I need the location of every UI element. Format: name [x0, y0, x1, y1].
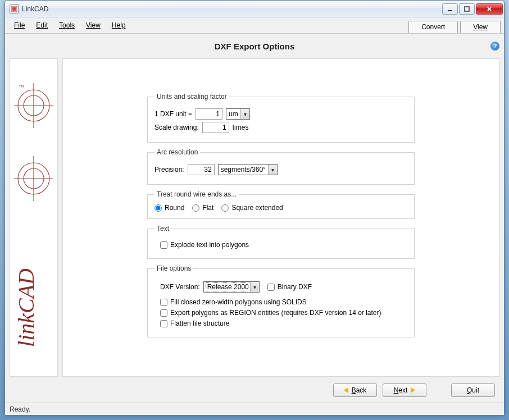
help-icon[interactable]: ?	[490, 42, 499, 51]
scale-drawing-input[interactable]	[202, 122, 229, 133]
minimize-button[interactable]	[442, 3, 458, 15]
app-window: LinkCAD File Edit Tools View Help Conver…	[4, 0, 505, 416]
checkbox-fill-solids[interactable]: Fill closed zero-width polygons using SO…	[160, 298, 407, 306]
checkbox-binary-dxf[interactable]: Binary DXF	[267, 283, 312, 291]
back-button[interactable]: Back	[333, 384, 377, 397]
chevron-down-icon	[268, 165, 277, 175]
main-panel: Units and scaling factor 1 DXF unit = um…	[62, 58, 499, 377]
checkbox-export-regions[interactable]: Export polygons as REGION entities (requ…	[160, 309, 407, 317]
svg-text:™: ™	[19, 84, 24, 90]
group-file-options: File options DXF Version: Release 2000 B…	[147, 264, 415, 337]
dxf-version-label: DXF Version:	[160, 283, 200, 291]
menu-file[interactable]: File	[8, 19, 30, 31]
radio-flat[interactable]: Flat	[192, 204, 213, 212]
legend-text: Text	[154, 225, 171, 232]
checkbox-flatten[interactable]: Flatten file structure	[160, 319, 407, 327]
quit-button[interactable]: Quit	[451, 384, 495, 397]
precision-unit-select[interactable]: segments/360°	[218, 164, 278, 175]
window-title: LinkCAD	[22, 5, 442, 13]
radio-square[interactable]: Square extended	[221, 204, 283, 212]
dxf-unit-value-input[interactable]	[196, 108, 222, 120]
arrow-left-icon	[344, 387, 348, 393]
chevron-down-icon	[240, 109, 249, 119]
menu-tools[interactable]: Tools	[53, 19, 80, 31]
precision-label: Precision:	[154, 166, 184, 174]
app-icon	[10, 4, 19, 13]
sidebar-logo: linkCAD ™	[10, 58, 58, 377]
group-units: Units and scaling factor 1 DXF unit = um…	[147, 93, 415, 143]
status-text: Ready.	[10, 405, 30, 413]
arrow-right-icon	[411, 387, 415, 393]
content: DXF Export Options ? linkCAD ™	[5, 33, 504, 415]
window-controls	[442, 3, 503, 15]
group-wire-ends: Treat round wire ends as... Round Flat S…	[147, 190, 415, 219]
wizard-buttons: Back Next Quit	[5, 377, 504, 403]
unit-prefix-label: 1 DXF unit =	[154, 110, 192, 118]
menu-help[interactable]: Help	[106, 19, 131, 31]
checkbox-explode-text[interactable]: Explode text into polygons	[160, 241, 407, 249]
group-arc: Arc resolution Precision: segments/360°	[147, 148, 415, 185]
svg-rect-1	[465, 7, 469, 11]
radio-round[interactable]: Round	[154, 204, 184, 212]
menu-edit[interactable]: Edit	[30, 19, 53, 31]
legend-file-options: File options	[154, 264, 193, 272]
legend-units: Units and scaling factor	[154, 93, 229, 101]
dxf-version-select[interactable]: Release 2000	[203, 281, 260, 293]
legend-arc: Arc resolution	[154, 148, 200, 156]
precision-input[interactable]	[188, 164, 215, 175]
svg-text:linkCAD: linkCAD	[13, 268, 39, 346]
dxf-unit-select[interactable]: um	[226, 108, 250, 120]
menu-view[interactable]: View	[80, 19, 106, 31]
page-title: DXF Export Options	[5, 42, 504, 51]
header-strip: DXF Export Options ?	[5, 34, 504, 58]
titlebar: LinkCAD	[5, 1, 504, 17]
group-text: Text Explode text into polygons	[147, 225, 415, 259]
legend-wire-ends: Treat round wire ends as...	[154, 190, 239, 198]
status-bar: Ready.	[5, 403, 504, 415]
svg-rect-0	[448, 10, 452, 11]
mode-convert-tab[interactable]: Convert	[408, 21, 458, 33]
maximize-button[interactable]	[459, 3, 475, 15]
chevron-down-icon	[250, 282, 259, 292]
scale-label: Scale drawing:	[154, 124, 199, 131]
mode-view-tab[interactable]: View	[460, 21, 501, 33]
close-button[interactable]	[476, 3, 503, 15]
menubar: File Edit Tools View Help Convert View	[5, 17, 504, 33]
next-button[interactable]: Next	[383, 384, 426, 397]
scale-suffix: times	[233, 124, 249, 131]
